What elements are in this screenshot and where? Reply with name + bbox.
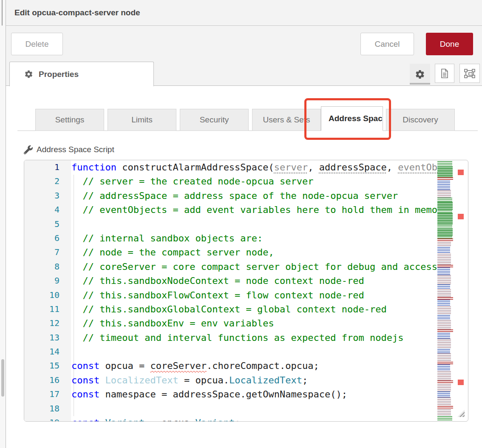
minimap-segment [437,397,451,406]
minimap-segment [437,384,451,391]
screen: Edit opcua-compact-server node Delete Ca… [0,0,482,448]
backdrop-scrollbar-thumb[interactable] [1,359,4,397]
appearance-icon [464,68,475,79]
code-line [71,402,438,416]
appearance-icon-button[interactable] [459,64,480,83]
code-line: const namespace = addressSpace.getOwnNam… [71,387,438,401]
error-marker [458,170,464,175]
code-line: const LocalizedText = opcua.LocalizedTex… [71,373,438,387]
line-number: 7 [24,245,71,259]
overview-ruler [454,160,468,421]
tab-limits[interactable]: Limits [108,109,176,131]
code-line: function constructAlarmAddressSpace(serv… [71,160,438,174]
line-number: 8 [24,260,71,274]
description-icon-button[interactable] [435,64,454,83]
minimap-segment [437,275,451,284]
editor-minimap[interactable] [437,161,454,420]
minimap-segment [437,364,450,371]
code-line: // internal sandbox objects are: [71,231,438,245]
editor-tab-row: Properties [6,60,482,86]
minimap-segment [437,409,451,416]
line-number: 10 [24,288,71,302]
cancel-button[interactable]: Cancel [360,33,414,55]
code-line [71,345,438,359]
minimap-segment [437,289,451,297]
tab-settings[interactable]: Settings [35,109,104,131]
minimap-segment [437,416,452,422]
line-number: 11 [24,302,71,316]
edit-node-dialog: Edit opcua-compact-server node Delete Ca… [6,0,482,448]
line-number: 17 [24,387,71,401]
minimap-segment [437,190,451,198]
gear-icon [415,69,425,79]
minimap-segment [437,198,452,202]
minimap-segment [437,161,452,166]
minimap-segment [437,242,451,247]
error-marker [458,380,464,385]
code-line: // coreServer = core compact server obje… [71,260,438,274]
tab-properties[interactable]: Properties [9,62,154,86]
minimap-segment [437,406,453,409]
code-line: // server = the created node-opcua serve… [71,174,438,188]
line-number: 19 [24,416,71,422]
line-number: 16 [24,373,71,387]
code-line: // this.sandboxGlobalContext = global co… [71,302,438,316]
minimap-segment [437,333,450,339]
minimap-segment [437,267,450,275]
minimap-segment [437,353,451,362]
error-marker [458,214,464,219]
minimap-segment [437,315,450,320]
delete-button[interactable]: Delete [11,33,63,55]
code-line: // timeout and interval functions as exp… [71,331,438,345]
line-number: 14 [24,345,71,359]
editor-code-area[interactable]: function constructAlarmAddressSpace(serv… [71,160,438,421]
tab-security[interactable]: Security [180,109,249,131]
done-button[interactable]: Done [426,33,473,55]
line-number: 4 [24,203,71,217]
tab-users-sets[interactable]: Users & Sets [252,109,321,131]
tab-address-space[interactable]: Address Space [321,106,383,131]
minimap-segment [437,166,453,177]
dialog-button-bar: Delete Cancel Done [6,26,482,60]
minimap-segment [437,254,451,265]
minimap-segment [437,225,452,228]
minimap-segment [437,247,450,254]
dialog-title: Edit opcua-compact-server node [14,8,140,17]
properties-icon-button[interactable] [410,64,430,85]
workspace-backdrop [0,0,6,448]
node-config-tabs: SettingsLimitsSecurityUsers & SetsAddres… [17,102,478,131]
address-space-script-editor[interactable]: 12345678910111213141516171819 function c… [24,160,468,422]
minimap-segment [437,181,450,190]
code-line: // addressSpace = address space of the n… [71,189,438,203]
line-number: 3 [24,189,71,203]
description-icon [440,68,449,79]
minimap-segment [437,202,453,210]
code-line: // eventObjects = add event variables he… [71,203,438,217]
line-number: 18 [24,402,71,416]
tab-discovery[interactable]: Discovery [386,109,455,131]
line-number: 13 [24,331,71,345]
section-label-text: Address Space Script [37,145,114,154]
minimap-segment [437,371,451,380]
backdrop-scroll-track [2,0,3,26]
line-number: 9 [24,274,71,288]
code-line: // this.sandboxEnv = env variables [71,316,438,330]
wrench-icon [24,145,33,154]
minimap-segment [437,228,453,236]
minimap-segment [437,329,453,333]
code-line: // node = the compact server node, [71,245,438,259]
line-number: 6 [24,231,71,245]
line-number: 15 [24,359,71,373]
minimap-segment [437,238,453,242]
minimap-segment [437,306,451,315]
code-line: const Variant = opcua.Variant; [71,416,438,421]
line-number: 12 [24,316,71,330]
code-line: // this.sandboxNodeContext = node contex… [71,274,438,288]
minimap-segment [437,213,453,225]
minimap-segment [437,300,450,306]
editor-gutter: 12345678910111213141516171819 [24,160,71,421]
minimap-segment [437,380,453,384]
minimap-segment [437,391,450,397]
dialog-header: Edit opcua-compact-server node [6,0,482,26]
line-number: 2 [24,174,71,188]
